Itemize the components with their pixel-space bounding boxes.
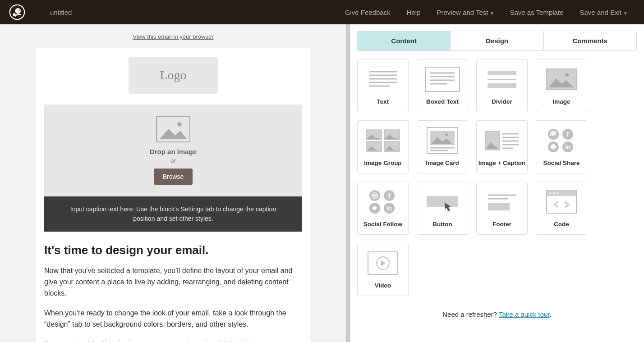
video-icon xyxy=(365,251,400,276)
svg-text:in: in xyxy=(386,205,392,212)
save-as-template-link[interactable]: Save as Template xyxy=(501,9,571,16)
give-feedback-link[interactable]: Give Feedback xyxy=(337,9,399,16)
tab-design[interactable]: Design xyxy=(450,31,543,50)
svg-point-3 xyxy=(13,13,16,16)
block-boxed-text[interactable]: Boxed Text xyxy=(417,59,468,112)
svg-rect-55 xyxy=(488,203,510,210)
svg-point-1 xyxy=(15,8,21,14)
divider-icon xyxy=(484,67,520,92)
pane-divider[interactable] xyxy=(346,24,350,342)
block-social-follow[interactable]: fin Social Follow xyxy=(357,182,409,235)
image-caption-icon xyxy=(484,128,520,153)
block-image-group[interactable]: Image Group xyxy=(357,120,409,173)
canvas-pane: View this email in your browser Logo Dro… xyxy=(0,24,346,342)
boxed-text-icon xyxy=(425,67,460,92)
browse-button[interactable]: Browse xyxy=(154,169,193,185)
svg-point-27 xyxy=(445,133,448,136)
social-share-icon: fin xyxy=(544,128,579,153)
block-image[interactable]: Image xyxy=(536,59,587,112)
block-social-share[interactable]: fin Social Share xyxy=(536,120,587,173)
email-paragraph[interactable]: Now that you've selected a template, you… xyxy=(44,265,302,299)
tab-content[interactable]: Content xyxy=(358,31,450,50)
block-code[interactable]: Code xyxy=(536,182,587,235)
email-paragraph[interactable]: If you need a bit of inspiration, you ca… xyxy=(44,339,302,342)
email-heading[interactable]: It's time to design your email. xyxy=(44,243,302,257)
code-icon xyxy=(544,189,579,214)
block-image-card[interactable]: Image Card xyxy=(417,120,468,173)
sidebar-pane: Content Design Comments Text Boxed Text … xyxy=(350,24,644,342)
block-footer[interactable]: Footer xyxy=(476,182,528,235)
image-drop-region[interactable]: Drop an image or Browse xyxy=(44,105,302,196)
mailchimp-logo-icon[interactable] xyxy=(9,4,25,20)
svg-point-5 xyxy=(177,122,182,127)
view-in-browser-link[interactable]: View this email in your browser xyxy=(133,33,214,40)
svg-rect-52 xyxy=(427,196,458,207)
app-header: untitled Give Feedback Help Preview and … xyxy=(0,0,644,24)
chevron-down-icon: ▾ xyxy=(624,10,627,16)
svg-text:in: in xyxy=(565,144,570,150)
text-icon xyxy=(365,67,400,92)
svg-rect-18 xyxy=(488,83,516,88)
campaign-title[interactable]: untitled xyxy=(50,9,72,16)
chevron-down-icon: ▾ xyxy=(491,10,493,16)
svg-point-20 xyxy=(565,73,569,77)
image-group-icon xyxy=(365,128,400,153)
svg-point-58 xyxy=(549,192,551,194)
block-button[interactable]: Button xyxy=(417,182,468,235)
block-palette: Text Boxed Text Divider Image Image Grou… xyxy=(350,57,644,307)
refresher-text: Need a refresher? Take a quick tour. xyxy=(350,307,644,336)
svg-point-60 xyxy=(557,192,558,194)
svg-point-59 xyxy=(553,192,555,194)
image-icon xyxy=(544,67,579,92)
block-text[interactable]: Text xyxy=(357,59,409,112)
svg-point-2 xyxy=(18,9,20,11)
quick-tour-link[interactable]: Take a quick tour xyxy=(499,310,550,318)
sidebar-tabs: Content Design Comments xyxy=(357,31,637,51)
drop-image-label: Drop an image xyxy=(44,148,302,155)
or-label: or xyxy=(44,157,302,164)
button-icon xyxy=(425,189,460,214)
preview-test-menu[interactable]: Preview and Test▾ xyxy=(429,9,502,16)
help-link[interactable]: Help xyxy=(399,9,429,16)
svg-rect-16 xyxy=(488,71,516,75)
footer-icon xyxy=(484,189,520,214)
social-follow-icon: fin xyxy=(365,189,400,214)
block-image-caption[interactable]: Image + Caption xyxy=(476,120,528,173)
caption-placeholder[interactable]: Input caption text here. Use the block's… xyxy=(44,196,302,232)
block-divider[interactable]: Divider xyxy=(476,59,528,112)
email-paragraph[interactable]: When you're ready to change the look of … xyxy=(44,308,302,330)
logo-placeholder[interactable]: Logo xyxy=(129,57,218,94)
image-placeholder-icon xyxy=(156,116,190,142)
block-video[interactable]: Video xyxy=(357,243,409,296)
tab-comments[interactable]: Comments xyxy=(543,31,636,50)
image-card-icon xyxy=(425,128,460,153)
svg-rect-11 xyxy=(425,67,460,91)
save-and-exit-menu[interactable]: Save and Exit▾ xyxy=(571,9,635,16)
email-body: Logo Drop an image or Browse Input capti… xyxy=(36,48,310,342)
